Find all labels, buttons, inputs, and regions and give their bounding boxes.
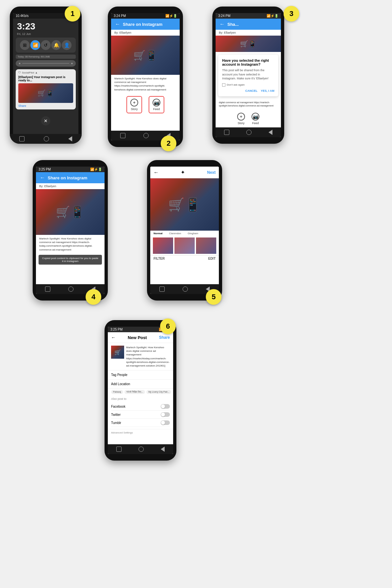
tag-3[interactable]: My Livery City Patr... (146, 390, 171, 394)
also-post-section: Also post to Facebook Twitter Tumblr (108, 395, 173, 429)
phone-6-screen: 3:25 PM 📶⚡🔋 ← New Post Share 🛒 Martech S… (108, 327, 173, 454)
dont-ask-label: Don't ask again (227, 83, 245, 86)
status-bar-2: 3:24 PM 📶⚡🔋 (111, 13, 180, 19)
next-btn[interactable]: Next (207, 170, 216, 175)
nav-square[interactable] (19, 136, 24, 141)
step-1-badge: 1 (65, 6, 80, 22)
ig-share-buttons: ＋ Story 📷 Feed (111, 93, 180, 116)
filter-names: Normal Clarendon Gingham (150, 231, 219, 236)
phone-6-content: 3:25 PM 📶⚡🔋 ← New Post Share 🛒 Martech S… (108, 327, 173, 454)
dont-ask-row[interactable]: Don't ask again (222, 83, 274, 87)
twitter-label: Twitter (111, 413, 121, 416)
also-post-title: Also post to (111, 397, 170, 400)
edit-tab[interactable]: EDIT (208, 257, 216, 260)
advanced-settings-link[interactable]: Advanced Settings (108, 429, 173, 436)
filter-header: ← ✦ Next (150, 167, 219, 178)
add-location-row[interactable]: Add Location (108, 380, 173, 389)
filter-sun-icon: ✦ (181, 169, 185, 175)
time-6: 3:25 PM (110, 328, 122, 331)
tag-2[interactable]: गांव से निहिल लिए... (124, 390, 145, 394)
feed-icon-3: 📷 (252, 113, 259, 121)
new-post-back[interactable]: ← (111, 335, 116, 340)
icon-wifi[interactable]: 📶 (30, 40, 40, 50)
filter-thumb-gingham[interactable] (196, 237, 216, 254)
nav-sq-5[interactable] (159, 286, 165, 292)
phone-3-content: 3:24 PM 📶⚡🔋 ← Sha... By: Ellaelyen 🛒📱 Ha… (216, 13, 281, 137)
feed-btn[interactable]: 📷 Feed (149, 96, 164, 113)
confirmation-dialog: Have you selected the right account in I… (218, 55, 278, 96)
filter-edit-bar: FILTER EDIT (150, 255, 219, 262)
clipboard-message: Copied post content to clipboard for you… (39, 255, 102, 265)
facebook-toggle-row: Facebook (111, 402, 170, 411)
dont-ask-checkbox[interactable] (222, 83, 225, 87)
notif-image: 🛒📱 (18, 83, 73, 103)
filter-back-icon[interactable]: ← (154, 170, 159, 175)
close-notification-btn[interactable]: ✕ (41, 116, 50, 125)
filter-clarendon[interactable]: Clarendon (169, 232, 181, 235)
yes-btn[interactable]: YES, I AM (261, 89, 274, 92)
tumblr-toggle[interactable] (161, 420, 170, 425)
status-bar-4: 3:25 PM 📶⚡🔋 (36, 167, 105, 172)
filter-tab[interactable]: FILTER (154, 257, 165, 260)
filter-gingham[interactable]: Gingham (188, 232, 198, 235)
ig-header-title-3: Sha... (227, 22, 239, 27)
time-3: 3:24 PM (218, 14, 230, 18)
new-post-share-btn[interactable]: Share (159, 335, 170, 340)
step-5-badge: 5 (206, 289, 221, 305)
nav-back[interactable] (68, 136, 72, 141)
nav-home-3[interactable] (246, 130, 252, 135)
search-bar[interactable]: ✦ ✦ (16, 60, 76, 67)
icon-setting[interactable]: ⊞ (20, 40, 30, 50)
post-caption[interactable]: Martech Spotlight: How Kenshoo does digi… (126, 346, 170, 368)
nav-sq-6[interactable] (116, 447, 122, 452)
data-remaining: Today: 0B Remaining: 893.3MB (16, 55, 76, 59)
icons-3: 📶⚡🔋 (267, 14, 278, 18)
icon-rotation[interactable]: ↺ (41, 40, 51, 50)
filter-thumb-clarendon[interactable] (174, 237, 195, 254)
story-btn-3[interactable]: ＋ Story (237, 113, 245, 125)
status-data: 10.4Kb/s (16, 14, 28, 18)
nav-sq-3[interactable] (224, 130, 229, 135)
nav-home-4[interactable] (68, 286, 74, 292)
feed-btn-3[interactable]: 📷 Feed (252, 113, 259, 125)
share-link[interactable]: Share (18, 104, 73, 107)
back-btn-4[interactable]: ← (40, 175, 45, 181)
tag-people-row[interactable]: Tag People (108, 370, 173, 380)
tag-1[interactable]: Patraraj (111, 390, 123, 394)
time-4: 3:25 PM (39, 168, 51, 171)
nav-back-6[interactable] (161, 447, 165, 452)
twitter-toggle[interactable] (161, 412, 170, 417)
ig-share-btns-3: ＋ Story 📷 Feed (216, 110, 281, 127)
phone-3-nav (216, 127, 281, 137)
post-preview: 🛒 Martech Spotlight: How Kenshoo does di… (108, 343, 173, 370)
nav-sq-2[interactable] (120, 133, 125, 138)
ig-image-3-top: 🛒📱 (216, 36, 281, 52)
icon-bell[interactable]: 🔔 (51, 40, 61, 50)
nav-sq-4[interactable] (45, 286, 50, 292)
ig-post-image: 🛒📱 (111, 36, 180, 75)
ig-caption: Martech Spotlight: How Kenshoo does digi… (111, 75, 180, 93)
quick-settings: ⊞ 📶 ↺ 🔔 👤 (16, 38, 76, 53)
phone-3-screen: 3:24 PM 📶⚡🔋 ← Sha... By: Ellaelyen 🛒📱 Ha… (216, 13, 281, 137)
nav-back-3[interactable] (269, 130, 272, 135)
story-btn[interactable]: ＋ Story (126, 96, 142, 113)
icon-person[interactable]: 👤 (62, 40, 72, 50)
tumblr-toggle-row: Tumblr (111, 419, 170, 427)
ig-by-4: By: Ellaelyen (36, 183, 105, 189)
back-btn-2[interactable]: ← (115, 21, 120, 27)
nav-home-6[interactable] (139, 447, 144, 452)
facebook-toggle[interactable] (161, 404, 170, 409)
icons-2: 📶⚡🔋 (165, 14, 177, 18)
nav-home[interactable] (44, 136, 49, 141)
notification-card[interactable]: 🛡 SocialPilot ▲ [Ellaelyen] Your Instagr… (16, 69, 76, 109)
cancel-btn[interactable]: CANCEL (245, 89, 258, 92)
filter-thumb-normal[interactable] (153, 237, 173, 254)
back-btn-3[interactable]: ← (220, 21, 225, 27)
filter-normal[interactable]: Normal (154, 232, 163, 235)
nav-home-2[interactable] (143, 133, 149, 138)
step-2-badge: 2 (161, 136, 176, 151)
ig-by-3: By: Ellaelyen (216, 30, 281, 36)
phone-4-content: 3:25 PM 📶⚡🔋 ← Share on Instagram By: Ell… (36, 167, 105, 294)
phone-4-screen: 3:25 PM 📶⚡🔋 ← Share on Instagram By: Ell… (36, 167, 105, 294)
nav-home-5[interactable] (183, 286, 188, 292)
